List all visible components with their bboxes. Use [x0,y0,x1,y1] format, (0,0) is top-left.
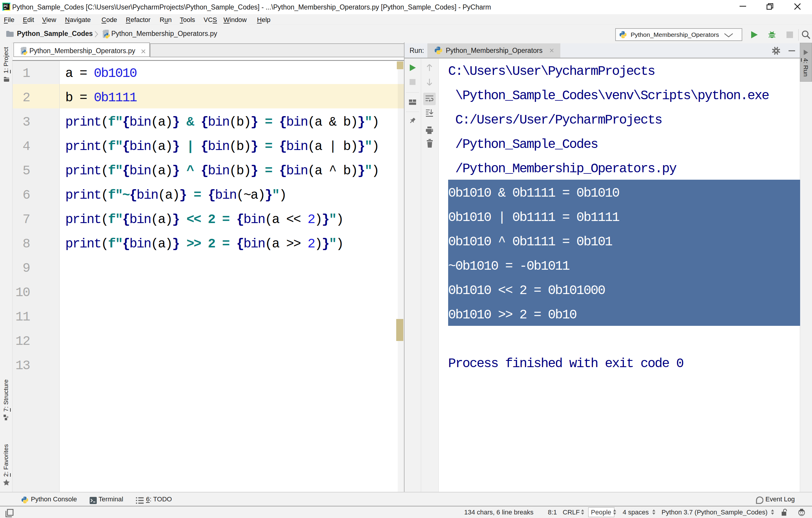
svg-text:PC: PC [4,4,8,8]
